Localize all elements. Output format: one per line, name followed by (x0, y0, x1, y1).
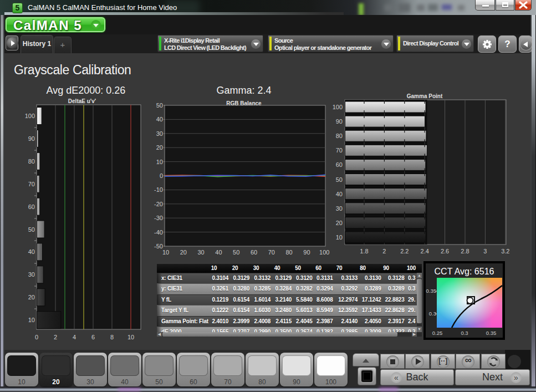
svg-text:90: 90 (303, 249, 310, 256)
svg-text:Gamma Point: Gamma Point (407, 93, 443, 99)
svg-text:-10: -10 (154, 186, 163, 193)
svg-text:10: 10 (336, 234, 343, 241)
svg-text:0.35: 0.35 (486, 330, 497, 336)
svg-text:-30: -30 (154, 215, 163, 221)
svg-text:0.35: 0.35 (426, 288, 437, 294)
svg-text:30: 30 (156, 130, 163, 137)
svg-text:8: 8 (110, 334, 114, 340)
svg-text:50: 50 (233, 249, 239, 256)
svg-text:DeltaE u'v': DeltaE u'v' (68, 98, 96, 104)
svg-text:-50: -50 (154, 243, 163, 250)
svg-text:100: 100 (333, 104, 343, 110)
svg-text:70: 70 (28, 181, 35, 187)
svg-text:2.2: 2.2 (400, 248, 409, 254)
svg-text:2: 2 (382, 248, 386, 254)
svg-text:20: 20 (156, 144, 163, 151)
svg-text:70: 70 (268, 249, 275, 256)
svg-text:-20: -20 (154, 201, 163, 207)
svg-text:50: 50 (28, 226, 35, 233)
svg-text:6: 6 (91, 334, 95, 340)
svg-text:20: 20 (180, 249, 187, 256)
svg-text:2.6: 2.6 (441, 248, 449, 254)
svg-text:40: 40 (156, 116, 163, 123)
svg-text:80: 80 (336, 133, 343, 139)
svg-text:90: 90 (336, 118, 343, 125)
svg-text:20: 20 (336, 220, 343, 226)
svg-text:10: 10 (156, 159, 163, 165)
svg-text:0: 0 (35, 334, 38, 340)
svg-text:30: 30 (336, 205, 343, 212)
svg-text:100: 100 (319, 249, 329, 256)
svg-text:50: 50 (336, 176, 343, 183)
svg-text:60: 60 (28, 203, 35, 210)
svg-text:10: 10 (28, 317, 35, 323)
svg-text:80: 80 (285, 249, 292, 256)
svg-text:40: 40 (215, 249, 222, 256)
svg-text:4: 4 (73, 334, 76, 340)
svg-text:40: 40 (28, 248, 35, 255)
svg-text:40: 40 (336, 191, 343, 197)
svg-text:90: 90 (28, 135, 35, 142)
svg-text:0.25: 0.25 (432, 330, 443, 336)
svg-text:70: 70 (336, 147, 343, 154)
svg-text:30: 30 (28, 271, 35, 278)
svg-text:0: 0 (160, 172, 163, 179)
svg-text:20: 20 (28, 294, 35, 301)
svg-text:3: 3 (483, 248, 487, 254)
svg-text:80: 80 (28, 158, 35, 165)
svg-text:3.2: 3.2 (501, 248, 509, 254)
svg-text:60: 60 (336, 161, 343, 168)
svg-text:2.8: 2.8 (461, 248, 469, 254)
svg-text:10: 10 (162, 249, 169, 256)
svg-text:1.8: 1.8 (360, 248, 368, 254)
svg-text:30: 30 (197, 249, 204, 256)
svg-text:2: 2 (54, 334, 57, 340)
svg-text:60: 60 (251, 249, 257, 256)
svg-text:100: 100 (25, 113, 35, 119)
svg-text:50: 50 (156, 102, 163, 109)
svg-text:2.4: 2.4 (421, 248, 429, 254)
svg-text:-40: -40 (154, 229, 163, 236)
svg-text:0.3: 0.3 (461, 330, 468, 336)
svg-text:10: 10 (127, 334, 134, 340)
